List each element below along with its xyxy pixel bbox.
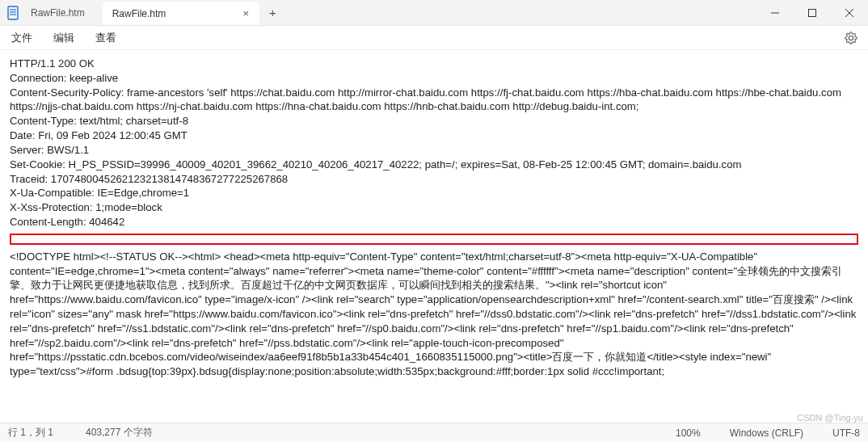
tab-active[interactable]: RawFile.htm × xyxy=(103,2,260,25)
new-tab-button[interactable]: + xyxy=(259,0,285,25)
menu-edit[interactable]: 编辑 xyxy=(50,29,78,47)
titlebar-left: RawFile.htm xyxy=(0,0,103,25)
minimize-button[interactable] xyxy=(756,0,794,25)
svg-rect-5 xyxy=(809,9,816,16)
http-body-block: <!DOCTYPE html><!--STATUS OK--><html> <h… xyxy=(10,250,858,379)
menu-view[interactable]: 查看 xyxy=(92,29,120,47)
gear-icon[interactable] xyxy=(842,29,860,47)
header-set-cookie: Set-Cookie: H_PS_PSSID=39996_40009_40201… xyxy=(10,158,858,172)
menubar: 文件 编辑 查看 xyxy=(0,26,868,50)
header-connection: Connection: keep-alive xyxy=(10,71,858,86)
tab-inactive-label: RawFile.htm xyxy=(31,7,85,19)
close-tab-icon[interactable]: × xyxy=(238,6,253,21)
header-server: Server: BWS/1.1 xyxy=(10,143,858,158)
statusbar: 行 1，列 1 403,277 个字符 100% Windows (CRLF) … xyxy=(0,423,868,442)
status-encoding[interactable]: UTF-8 xyxy=(832,427,860,439)
http-status-line: HTTP/1.1 200 OK xyxy=(10,57,858,71)
titlebar: RawFile.htm RawFile.htm × + xyxy=(0,0,868,26)
maximize-button[interactable] xyxy=(794,0,831,25)
window-controls xyxy=(756,0,868,25)
status-line-endings[interactable]: Windows (CRLF) xyxy=(730,427,803,439)
http-headers-block: HTTP/1.1 200 OK Connection: keep-alive C… xyxy=(10,57,858,229)
header-xua: X-Ua-Compatible: IE=Edge,chrome=1 xyxy=(10,186,858,200)
header-content-type: Content-Type: text/html; charset=utf-8 xyxy=(10,114,858,128)
header-date: Date: Fri, 09 Feb 2024 12:00:45 GMT xyxy=(10,128,858,143)
text-content[interactable]: HTTP/1.1 200 OK Connection: keep-alive C… xyxy=(0,50,868,423)
tab-inactive[interactable]: RawFile.htm xyxy=(24,7,96,19)
status-zoom[interactable]: 100% xyxy=(676,427,701,439)
header-traceid: Traceid: 1707480045262123213814748367277… xyxy=(10,172,858,187)
header-content-length: Content-Length: 404642 xyxy=(10,215,858,229)
svg-rect-0 xyxy=(8,6,18,19)
header-csp: Content-Security-Policy: frame-ancestors… xyxy=(10,86,858,115)
tab-active-label: RawFile.htm xyxy=(112,8,166,19)
highlight-separator xyxy=(10,234,858,245)
statusbar-right: 100% Windows (CRLF) UTF-8 xyxy=(676,427,860,439)
close-window-button[interactable] xyxy=(831,0,868,25)
status-char-count: 403,277 个字符 xyxy=(86,426,153,440)
notepad-icon xyxy=(6,6,19,20)
header-xss: X-Xss-Protection: 1;mode=block xyxy=(10,200,858,215)
status-cursor-position: 行 1，列 1 xyxy=(8,426,53,440)
menu-file[interactable]: 文件 xyxy=(8,29,36,47)
